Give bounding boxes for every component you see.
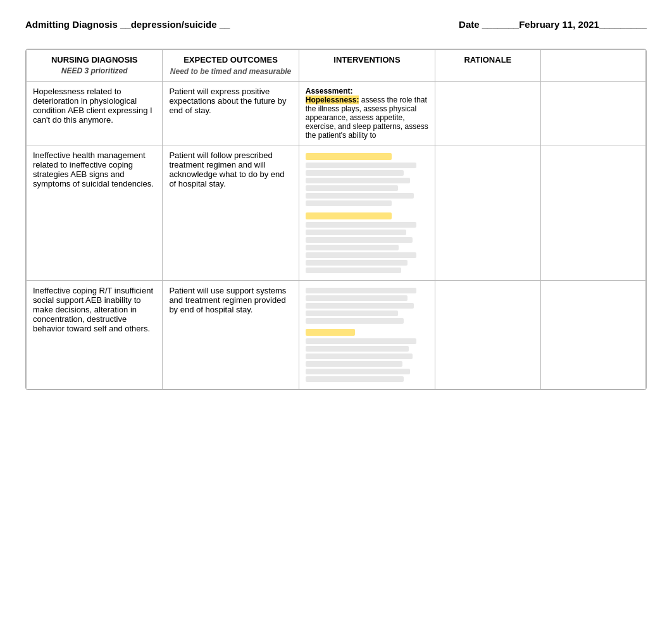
blurred-line-19 [306, 338, 416, 344]
outcome-1: Patient will express positive expectatio… [163, 82, 299, 145]
blurred-line-4 [306, 185, 398, 191]
admitting-diagnosis: Admitting Diagnosis __depression/suicide… [25, 19, 230, 30]
extra-1 [540, 82, 645, 145]
blurred-line-13 [306, 267, 402, 273]
blurred-line-11 [306, 252, 416, 258]
header: Admitting Diagnosis __depression/suicide… [25, 19, 647, 30]
outcome-3: Patient will use support systems and tre… [163, 281, 299, 390]
blurred-line-21 [306, 353, 413, 359]
highlight-block-3 [306, 329, 355, 336]
table-row: Hopelessness related to deterioration in… [27, 82, 646, 145]
blurred-line-23 [306, 369, 410, 374]
th-extra [540, 50, 645, 82]
nursing-diagnosis-1: Hopelessness related to deterioration in… [27, 82, 163, 145]
blurred-line-3 [306, 178, 410, 183]
blurred-line-15 [306, 295, 408, 301]
rationale-1 [435, 82, 540, 145]
extra-3 [540, 281, 645, 390]
care-plan-table-wrapper: NURSING DIAGNOSIS NEED 3 prioritized EXP… [25, 49, 647, 390]
date-label: Date _______February 11, 2021_________ [459, 19, 647, 30]
rationale-3 [435, 281, 540, 390]
table-row: Ineffective health management related to… [27, 145, 646, 281]
blurred-line-5 [306, 193, 414, 199]
th-nursing: NURSING DIAGNOSIS NEED 3 prioritized [27, 50, 163, 82]
intervention-3 [299, 281, 435, 390]
intervention-2 [299, 145, 435, 281]
blurred-line-16 [306, 303, 414, 309]
rationale-2 [435, 145, 540, 281]
assessment-label: Assessment: [306, 87, 353, 95]
blurred-line-10 [306, 245, 399, 250]
nursing-diagnosis-3: Ineffective coping R/T insufficient soci… [27, 281, 163, 390]
blurred-line-20 [306, 346, 409, 352]
blurred-line-17 [306, 310, 398, 316]
blurred-line-22 [306, 361, 403, 367]
blurred-line-14 [306, 288, 416, 293]
blurred-line-2 [306, 170, 404, 176]
extra-2 [540, 145, 645, 281]
care-plan-table: NURSING DIAGNOSIS NEED 3 prioritized EXP… [26, 49, 646, 390]
table-row: Ineffective coping R/T insufficient soci… [27, 281, 646, 390]
hopelessness-highlight: Hopelessness: [306, 95, 359, 104]
intervention-1: Assessment: Hopelessness: assess the rol… [299, 82, 435, 145]
th-outcomes: EXPECTED OUTCOMES Need to be timed and m… [163, 50, 299, 82]
nursing-diagnosis-2: Ineffective health management related to… [27, 145, 163, 281]
blurred-line-18 [306, 318, 404, 324]
blurred-line-24 [306, 376, 404, 382]
highlight-block-2 [306, 212, 392, 219]
blurred-line-6 [306, 200, 392, 206]
blurred-line-12 [306, 260, 408, 266]
blurred-line-8 [306, 230, 406, 235]
outcome-2: Patient will follow prescribed treatment… [163, 145, 299, 281]
th-interventions: INTERVENTIONS [299, 50, 435, 82]
blurred-line-9 [306, 237, 413, 243]
highlight-block-1 [306, 153, 392, 160]
blurred-line-7 [306, 222, 416, 228]
th-rationale: RATIONALE [435, 50, 540, 82]
blurred-line-1 [306, 163, 416, 168]
